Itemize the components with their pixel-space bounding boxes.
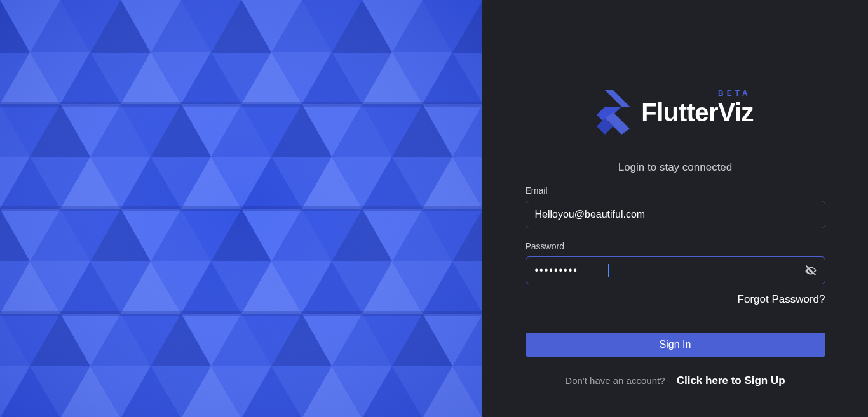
- sign-in-button[interactable]: Sign In: [526, 333, 825, 357]
- svg-marker-11: [605, 90, 630, 107]
- forgot-password-link[interactable]: Forgot Password?: [738, 293, 825, 305]
- beta-badge: BETA: [718, 89, 751, 98]
- password-input[interactable]: [526, 256, 825, 284]
- signup-link[interactable]: Click here to Sign Up: [677, 374, 785, 387]
- login-form: Email Password Forgot Password? Sign In …: [526, 185, 825, 387]
- login-panel: FlutterViz BETA Login to stay connected …: [482, 0, 868, 417]
- text-caret: [608, 264, 609, 277]
- brand-name: FlutterViz: [641, 100, 754, 125]
- login-subtitle: Login to stay connected: [618, 161, 733, 174]
- password-label: Password: [526, 241, 825, 251]
- signup-prompt: Don't have an account?: [565, 375, 665, 386]
- hero-geometric-panel: [0, 0, 482, 417]
- brand-logo: FlutterViz BETA: [597, 90, 754, 135]
- flutterviz-logo-icon: [597, 90, 630, 135]
- visibility-off-icon[interactable]: [804, 263, 818, 277]
- email-input[interactable]: [526, 201, 825, 228]
- svg-rect-10: [0, 0, 482, 417]
- email-label: Email: [526, 185, 825, 195]
